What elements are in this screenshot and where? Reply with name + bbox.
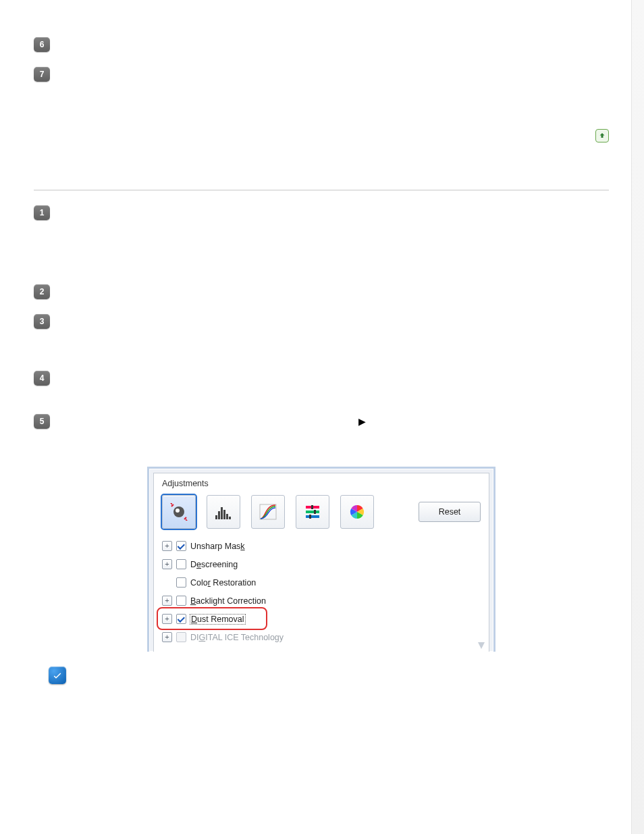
main-content: 6 7 1 2 3 4 — [34, 37, 609, 684]
option-label: Unsharp Mask — [190, 542, 245, 551]
svg-point-1 — [176, 509, 180, 513]
svg-rect-12 — [306, 511, 319, 513]
svg-marker-3 — [186, 519, 188, 521]
option-label: DIGITAL ICE Technology — [190, 633, 284, 642]
lbl-accel: e — [196, 560, 201, 569]
checkbox-digital-ice — [176, 632, 186, 642]
panel-title: Adjustments — [154, 473, 489, 492]
adjustments-panel: Adjustments — [147, 467, 495, 652]
step-row-1: 1 — [34, 205, 609, 220]
option-label: Descreening — [190, 560, 238, 569]
svg-marker-2 — [170, 503, 172, 505]
scrollbar-gutter[interactable] — [631, 0, 644, 834]
svg-rect-14 — [311, 505, 313, 509]
panel-container: Adjustments — [34, 467, 609, 652]
svg-rect-9 — [229, 517, 231, 519]
note-check-icon — [49, 667, 66, 684]
note-row — [49, 667, 609, 684]
svg-rect-7 — [223, 510, 225, 519]
svg-rect-15 — [314, 510, 316, 514]
color-wheel-icon — [348, 502, 367, 521]
histogram-icon — [214, 503, 233, 521]
option-digital-ice: + DIGITAL ICE Technology — [161, 628, 482, 646]
step-badge-3: 3 — [34, 314, 50, 329]
lbl-post: ust Removal — [197, 615, 244, 624]
lbl-post: Restoration — [211, 578, 256, 588]
step-row-5: 5 ▶ — [34, 414, 609, 429]
lbl-accel: k — [240, 542, 244, 551]
option-color-restoration[interactable]: + Color Restoration — [161, 573, 482, 592]
tool-curves[interactable] — [251, 495, 285, 529]
lbl-post: screening — [201, 560, 238, 569]
checkbox-color-restoration[interactable] — [176, 577, 186, 588]
expander-icon[interactable]: + — [162, 541, 172, 551]
lbl-pre: Colo — [190, 578, 208, 588]
adjustments-panel-inner: Adjustments — [153, 473, 489, 652]
tool-auto-adjust[interactable] — [162, 495, 196, 529]
svg-rect-16 — [309, 515, 311, 519]
checkbox-descreening[interactable] — [176, 559, 186, 569]
section-divider — [34, 190, 609, 190]
step-text-5: ▶ — [62, 415, 609, 429]
tool-color-adjust[interactable] — [296, 495, 329, 529]
step-row-4: 4 — [34, 371, 609, 386]
reset-button[interactable]: Reset — [419, 502, 481, 522]
option-label: Dust Removal — [190, 615, 245, 624]
step-row-2: 2 — [34, 284, 609, 299]
svg-rect-6 — [221, 507, 223, 519]
svg-rect-5 — [218, 511, 220, 519]
option-backlight-correction[interactable]: + Backlight Correction — [161, 592, 482, 610]
checkbox-backlight-correction[interactable] — [176, 596, 186, 606]
color-sliders-icon — [303, 503, 322, 521]
checkbox-dust-removal[interactable] — [176, 614, 186, 624]
go-top-button[interactable] — [595, 129, 609, 142]
lbl-post: ITAL ICE Technology — [205, 633, 284, 642]
svg-rect-13 — [306, 515, 319, 518]
step-badge-7: 7 — [34, 67, 50, 82]
step-badge-1: 1 — [34, 205, 50, 220]
step-row-3: 3 — [34, 314, 609, 329]
expander-icon[interactable]: + — [162, 596, 172, 606]
lbl-pre: DI — [190, 633, 199, 642]
step-badge-4: 4 — [34, 371, 50, 386]
curves-icon — [259, 503, 277, 521]
option-dust-removal[interactable]: + Dust Removal — [161, 610, 482, 628]
option-label: Color Restoration — [190, 578, 256, 588]
checkbox-unsharp-mask[interactable] — [176, 541, 186, 551]
expander-icon: + — [162, 632, 172, 642]
go-top-row — [34, 129, 609, 142]
option-label: Backlight Correction — [190, 596, 266, 606]
play-triangle-icon: ▶ — [358, 415, 366, 429]
step-badge-2: 2 — [34, 284, 50, 299]
option-unsharp-mask[interactable]: + Unsharp Mask — [161, 537, 482, 555]
expander-icon[interactable]: + — [162, 614, 172, 624]
step-row-6: 6 — [34, 37, 609, 52]
lbl-accel: D — [191, 615, 197, 624]
tool-row: Reset — [154, 492, 489, 536]
arrow-up-icon — [598, 132, 606, 140]
lbl-pre: D — [190, 560, 196, 569]
svg-rect-8 — [226, 514, 228, 519]
step-badge-5: 5 — [34, 414, 50, 429]
tool-histogram[interactable] — [207, 495, 240, 529]
lbl-post: acklight Correction — [196, 596, 266, 606]
option-descreening[interactable]: + Descreening — [161, 555, 482, 573]
lbl-pre: Unsharp Mas — [190, 542, 240, 551]
svg-rect-4 — [215, 515, 217, 519]
options-list: + Unsharp Mask + Descreening — [154, 536, 489, 652]
auto-adjust-icon — [169, 502, 188, 521]
step-row-7: 7 — [34, 67, 609, 82]
step-badge-6: 6 — [34, 37, 50, 52]
tool-color-wheel[interactable] — [340, 495, 374, 529]
expander-icon[interactable]: + — [162, 559, 172, 569]
lbl-accel: G — [199, 633, 206, 642]
